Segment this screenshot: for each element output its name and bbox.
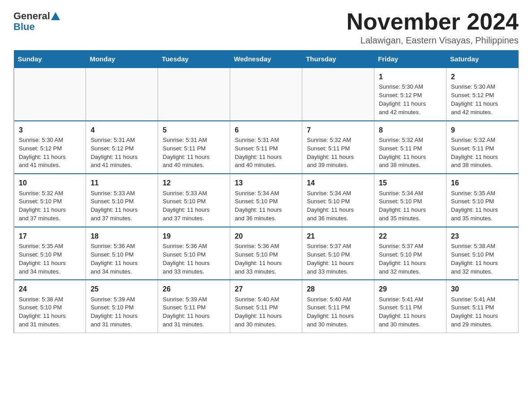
day-info-line: Sunrise: 5:35 AM bbox=[19, 243, 63, 249]
day-info-line: Sunset: 5:11 PM bbox=[307, 304, 350, 311]
calendar-cell: 25Sunrise: 5:39 AMSunset: 5:10 PMDayligh… bbox=[86, 280, 158, 333]
day-info-line: Daylight: 11 hours bbox=[235, 260, 282, 266]
day-info-line: Sunset: 5:10 PM bbox=[307, 251, 350, 258]
logo-general-text: General bbox=[13, 11, 50, 21]
calendar-cell: 28Sunrise: 5:40 AMSunset: 5:11 PMDayligh… bbox=[302, 280, 374, 333]
calendar-cell: 15Sunrise: 5:34 AMSunset: 5:10 PMDayligh… bbox=[374, 174, 446, 227]
day-number: 9 bbox=[451, 125, 514, 135]
day-number: 16 bbox=[451, 178, 514, 188]
header-thursday: Thursday bbox=[302, 51, 374, 68]
page-header: General Blue November 2024 Lalawigan, Ea… bbox=[13, 9, 519, 46]
day-info-line: and 33 minutes. bbox=[163, 268, 204, 275]
day-info-line: Sunrise: 5:31 AM bbox=[163, 137, 207, 143]
calendar-week-row: 10Sunrise: 5:32 AMSunset: 5:10 PMDayligh… bbox=[14, 174, 519, 227]
day-info-line: Sunrise: 5:32 AM bbox=[451, 137, 495, 143]
calendar-cell: 1Sunrise: 5:30 AMSunset: 5:12 PMDaylight… bbox=[374, 68, 446, 121]
day-number: 11 bbox=[90, 178, 153, 188]
day-info-line: Sunrise: 5:41 AM bbox=[379, 296, 423, 303]
day-info-line: Daylight: 11 hours bbox=[235, 206, 282, 213]
day-info-line: and 38 minutes. bbox=[379, 162, 420, 168]
day-info-line: Sunset: 5:11 PM bbox=[163, 145, 206, 152]
header-friday: Friday bbox=[374, 51, 446, 68]
day-info-line: Sunset: 5:10 PM bbox=[163, 251, 206, 258]
day-info-line: Sunset: 5:12 PM bbox=[379, 92, 422, 98]
day-info-line: Sunset: 5:10 PM bbox=[90, 251, 133, 258]
day-info-line: Sunset: 5:10 PM bbox=[163, 198, 206, 205]
day-info-line: Daylight: 11 hours bbox=[90, 154, 137, 160]
day-info-line: and 41 minutes. bbox=[19, 162, 60, 168]
calendar-cell bbox=[14, 68, 86, 121]
day-info-line: and 33 minutes. bbox=[307, 268, 348, 275]
day-number: 20 bbox=[235, 231, 297, 241]
day-info-line: Sunrise: 5:34 AM bbox=[235, 190, 279, 197]
day-info-line: and 34 minutes. bbox=[90, 268, 132, 275]
day-info-line: Sunrise: 5:32 AM bbox=[19, 190, 63, 197]
day-info-line: Sunrise: 5:41 AM bbox=[451, 296, 495, 303]
month-title: November 2024 bbox=[347, 9, 519, 34]
day-info-line: Daylight: 11 hours bbox=[90, 313, 137, 319]
day-number: 1 bbox=[379, 72, 442, 82]
day-info-line: and 35 minutes. bbox=[379, 215, 420, 222]
calendar-week-row: 17Sunrise: 5:35 AMSunset: 5:10 PMDayligh… bbox=[14, 227, 519, 280]
day-info-line: Sunset: 5:11 PM bbox=[451, 145, 494, 152]
calendar-cell: 2Sunrise: 5:30 AMSunset: 5:12 PMDaylight… bbox=[446, 68, 519, 121]
calendar-week-row: 24Sunrise: 5:38 AMSunset: 5:10 PMDayligh… bbox=[14, 280, 519, 333]
day-number: 26 bbox=[163, 284, 225, 294]
calendar-week-row: 3Sunrise: 5:30 AMSunset: 5:12 PMDaylight… bbox=[14, 121, 519, 174]
calendar-cell: 23Sunrise: 5:38 AMSunset: 5:10 PMDayligh… bbox=[446, 227, 519, 280]
logo: General Blue bbox=[13, 9, 60, 33]
day-number: 4 bbox=[90, 125, 153, 135]
day-info-line: and 37 minutes. bbox=[163, 215, 204, 222]
calendar-cell: 21Sunrise: 5:37 AMSunset: 5:10 PMDayligh… bbox=[302, 227, 374, 280]
day-info-line: Sunrise: 5:30 AM bbox=[451, 83, 495, 90]
day-info-line: Sunrise: 5:40 AM bbox=[235, 296, 279, 303]
day-info-line: Sunrise: 5:39 AM bbox=[90, 296, 135, 303]
day-info-line: Sunset: 5:10 PM bbox=[235, 251, 278, 258]
day-info-line: and 31 minutes. bbox=[163, 321, 204, 328]
day-info-line: Daylight: 11 hours bbox=[163, 313, 210, 319]
day-info-line: Sunrise: 5:30 AM bbox=[379, 83, 423, 90]
day-info-line: Daylight: 11 hours bbox=[307, 154, 354, 160]
calendar-cell: 27Sunrise: 5:40 AMSunset: 5:11 PMDayligh… bbox=[230, 280, 302, 333]
day-info-line: and 36 minutes. bbox=[307, 215, 348, 222]
day-number: 12 bbox=[163, 178, 225, 188]
day-info-line: Sunrise: 5:32 AM bbox=[379, 137, 423, 143]
day-number: 23 bbox=[451, 231, 514, 241]
calendar-cell: 29Sunrise: 5:41 AMSunset: 5:11 PMDayligh… bbox=[374, 280, 446, 333]
day-info-line: Sunset: 5:11 PM bbox=[163, 304, 206, 311]
day-info-line: and 30 minutes. bbox=[307, 321, 348, 328]
header-saturday: Saturday bbox=[446, 51, 519, 68]
header-wednesday: Wednesday bbox=[230, 51, 302, 68]
day-info-line: and 31 minutes. bbox=[19, 321, 60, 328]
day-info-line: and 35 minutes. bbox=[451, 215, 493, 222]
day-info-line: Sunrise: 5:30 AM bbox=[19, 137, 63, 143]
calendar-cell: 19Sunrise: 5:36 AMSunset: 5:10 PMDayligh… bbox=[158, 227, 230, 280]
day-number: 6 bbox=[235, 125, 297, 135]
calendar-cell bbox=[86, 68, 158, 121]
day-info-line: Sunset: 5:12 PM bbox=[90, 145, 133, 152]
day-info-line: Sunrise: 5:36 AM bbox=[235, 243, 279, 249]
day-info-line: Daylight: 11 hours bbox=[379, 154, 426, 160]
day-number: 29 bbox=[379, 284, 442, 294]
day-info-line: Sunrise: 5:31 AM bbox=[235, 137, 279, 143]
day-info-line: and 42 minutes. bbox=[379, 109, 420, 116]
calendar-cell: 18Sunrise: 5:36 AMSunset: 5:10 PMDayligh… bbox=[86, 227, 158, 280]
day-number: 10 bbox=[19, 178, 81, 188]
day-info-line: Sunrise: 5:36 AM bbox=[163, 243, 207, 249]
day-info-line: Daylight: 11 hours bbox=[379, 313, 426, 319]
day-number: 2 bbox=[451, 72, 514, 82]
day-info-line: Sunrise: 5:39 AM bbox=[163, 296, 207, 303]
day-info-line: Daylight: 11 hours bbox=[163, 206, 210, 213]
day-number: 18 bbox=[90, 231, 153, 241]
calendar-cell: 22Sunrise: 5:37 AMSunset: 5:10 PMDayligh… bbox=[374, 227, 446, 280]
day-info-line: Sunrise: 5:33 AM bbox=[90, 190, 135, 197]
day-number: 8 bbox=[379, 125, 442, 135]
day-info-line: Sunset: 5:11 PM bbox=[307, 145, 350, 152]
calendar-cell: 24Sunrise: 5:38 AMSunset: 5:10 PMDayligh… bbox=[14, 280, 86, 333]
day-info-line: Daylight: 11 hours bbox=[451, 260, 498, 266]
day-info-line: Sunset: 5:11 PM bbox=[235, 304, 278, 311]
calendar-cell bbox=[302, 68, 374, 121]
calendar-cell: 9Sunrise: 5:32 AMSunset: 5:11 PMDaylight… bbox=[446, 121, 519, 174]
day-info-line: Daylight: 11 hours bbox=[163, 260, 210, 266]
day-info-line: Sunset: 5:10 PM bbox=[90, 304, 133, 311]
